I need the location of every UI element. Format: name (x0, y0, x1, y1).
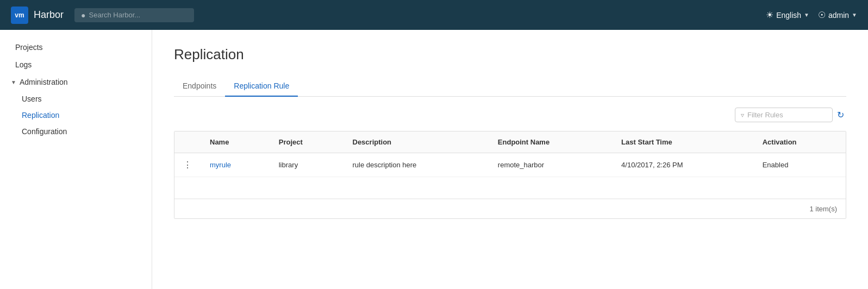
lang-selector[interactable]: ☀ English ▼ (766, 10, 809, 20)
cell-project: library (270, 153, 344, 177)
table-container: Name Project Description Endpoint Name L… (174, 131, 846, 219)
top-navbar: vm Harbor ● ☀ English ▼ ☉ admin ▼ (0, 0, 868, 30)
tab-endpoints[interactable]: Endpoints (174, 76, 225, 97)
user-selector[interactable]: ☉ admin ▼ (818, 10, 857, 20)
user-chevron-down-icon: ▼ (852, 12, 857, 18)
cell-endpoint-name: remote_harbor (489, 153, 613, 177)
administration-chevron-down-icon: ▼ (11, 79, 16, 85)
filter-input[interactable] (747, 111, 827, 119)
sidebar-item-projects[interactable]: Projects (0, 39, 152, 56)
replication-table: Name Project Description Endpoint Name L… (174, 131, 846, 199)
logo-text: vm (15, 11, 24, 19)
logo-box: vm (11, 7, 28, 24)
layout: Projects Logs ▼ Administration Users Rep… (0, 30, 868, 289)
search-input[interactable] (89, 11, 188, 19)
col-project: Project (270, 131, 344, 153)
sidebar-item-users[interactable]: Users (0, 91, 152, 107)
rule-name-link[interactable]: myrule (210, 161, 231, 169)
col-description: Description (344, 131, 489, 153)
user-icon: ☉ (818, 10, 826, 20)
col-menu (174, 131, 201, 153)
cell-description: rule description here (344, 153, 489, 177)
app-title: Harbor (34, 9, 64, 21)
sidebar-item-replication[interactable]: Replication (0, 107, 152, 123)
col-endpoint-name: Endpoint Name (489, 131, 613, 153)
table-header-row: Name Project Description Endpoint Name L… (174, 131, 846, 153)
sidebar-item-configuration[interactable]: Configuration (0, 123, 152, 140)
row-menu-icon[interactable]: ⋮ (183, 160, 192, 169)
table-footer: 1 item(s) (174, 199, 846, 218)
table-empty-row (174, 177, 846, 199)
col-activation: Activation (754, 131, 846, 153)
refresh-icon[interactable]: ↻ (837, 110, 844, 120)
sidebar-item-logs[interactable]: Logs (0, 56, 152, 73)
filter-icon: ▿ (741, 111, 744, 119)
search-area[interactable]: ● (74, 8, 194, 22)
col-name: Name (201, 131, 270, 153)
filter-input-wrapper[interactable]: ▿ (735, 108, 833, 122)
col-last-start-time: Last Start Time (613, 131, 754, 153)
cell-name: myrule (201, 153, 270, 177)
row-menu-cell: ⋮ (174, 153, 201, 177)
lang-chevron-down-icon: ▼ (804, 12, 809, 18)
topnav-right: ☀ English ▼ ☉ admin ▼ (766, 10, 857, 20)
cell-last-start-time: 4/10/2017, 2:26 PM (613, 153, 754, 177)
logo-area: vm Harbor (11, 7, 64, 24)
sidebar-subitems: Users Replication Configuration (0, 91, 152, 140)
sidebar-group-label: Administration (20, 78, 68, 86)
globe-icon: ☀ (766, 10, 773, 20)
tab-replication-rule[interactable]: Replication Rule (225, 76, 298, 97)
sidebar: Projects Logs ▼ Administration Users Rep… (0, 30, 152, 289)
search-icon: ● (81, 11, 85, 20)
topnav-left: vm Harbor ● (11, 7, 194, 24)
filter-area: ▿ ↻ (174, 108, 846, 122)
page-title: Replication (174, 46, 846, 63)
user-label: admin (828, 11, 849, 20)
main-content: Replication Endpoints Replication Rule ▿… (152, 30, 868, 289)
lang-label: English (776, 11, 801, 20)
cell-activation: Enabled (754, 153, 846, 177)
table-row: ⋮ myrule library rule description here r (174, 153, 846, 177)
tabs: Endpoints Replication Rule (174, 76, 846, 97)
sidebar-group-administration[interactable]: ▼ Administration (0, 73, 152, 91)
